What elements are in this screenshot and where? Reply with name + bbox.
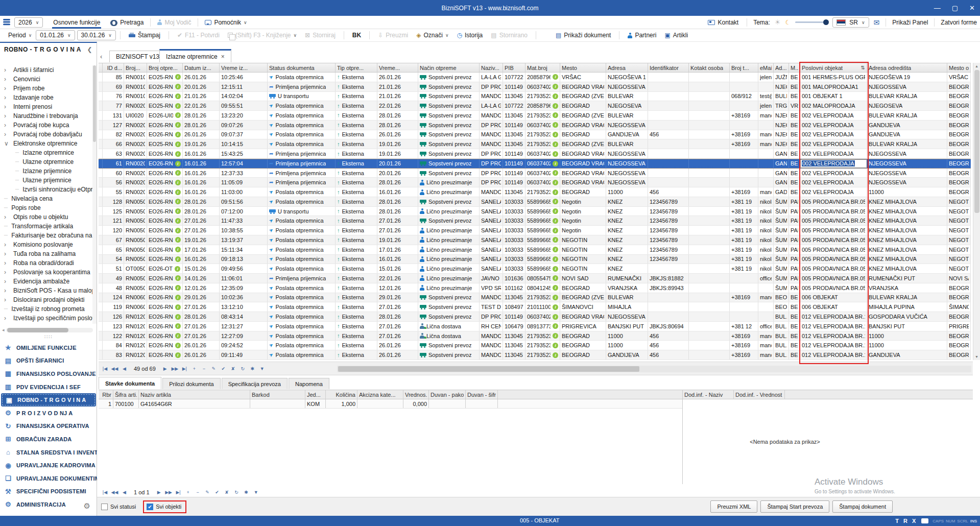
detail-column-header[interactable]: Rbr (99, 390, 113, 399)
collapse-sidebar-icon[interactable]: ❮ (87, 46, 92, 53)
table-row[interactable]: 123RN0120EO26-RNi27.01.2612:31:27➤Poslat… (99, 322, 971, 331)
column-header-objekat[interactable]: Poslovni objekat⇅ (800, 63, 867, 72)
storniraj-button[interactable]: ⊠ Storniraj (301, 31, 340, 40)
table-row[interactable]: 82RN0020EO26-RNi26.01.2609:07:37➤Poslata… (99, 130, 971, 140)
menu-tab-osnovne-funkcije[interactable]: Osnovne funkcije (48, 16, 105, 29)
table-row[interactable]: 77RN0020EO25-RNi22.01.2609:55:51➤Poslata… (99, 101, 971, 111)
prikazi-dokument-button[interactable]: ▤ Prikaži dokument (552, 31, 615, 40)
sidebar-item-ulazne-prijemnice[interactable]: ┈Ulazne prijemnice (0, 176, 92, 185)
sidebar-item-transformacije-artikala[interactable]: ┈Transformacije artikala (0, 222, 92, 231)
column-header-brojotp[interactable]: Broj otpre... (147, 63, 183, 72)
detail-column-header[interactable]: Količina (326, 390, 357, 399)
column-header-dodinf-naziv[interactable]: Dod.inf. - Naziv (683, 390, 734, 399)
period-dropdown[interactable]: Period∨ (4, 31, 36, 40)
first-button[interactable]: |◀ (101, 488, 109, 496)
table-row[interactable]: 121RN0050EO26-RNi27.01.2611:47:33➤Poslat… (99, 216, 971, 226)
refresh-button[interactable]: ↻ (232, 488, 241, 496)
module-item-pdv-evidencija-i-sef[interactable]: ▥PDV EVIDENCIJA I SEF (0, 380, 97, 394)
sidebar-item-komisiono-poslovanje[interactable]: ›Komisiono poslovanje (0, 240, 92, 249)
column-header-pib[interactable]: PIB (503, 63, 525, 72)
minimize-button[interactable]: — (934, 4, 941, 12)
delete-button[interactable]: − (200, 364, 208, 373)
table-row[interactable]: 66RN0020EO25-RNi19.01.2610:14:15➤Poslata… (99, 139, 971, 149)
date-to-input[interactable]: 30.01.26∨ (77, 30, 116, 40)
table-row[interactable]: 60RN0020EO26-RNi16.01.2612:37:33➥Primlje… (99, 169, 971, 178)
artikli-button[interactable]: ▣ Artikli (660, 31, 692, 40)
button-preuzmi-xml[interactable]: Preuzmi XML (710, 500, 757, 513)
sidebar-item-izlazne-otpremnice[interactable]: ┈Izlazne otpremnice (0, 148, 92, 157)
edit-button[interactable]: ✎ (203, 488, 212, 496)
table-row[interactable]: 124RN0060EO26-RNi29.01.2610:02:36➤Poslat… (99, 293, 971, 303)
module-item-stalna-sredstva-i-inventar[interactable]: ⌂STALNA SREDSTVA I INVENTAR (0, 446, 97, 459)
detail-column-header[interactable]: Duvan - šifra (466, 390, 498, 399)
column-header-vreme2[interactable]: Vreme... (377, 63, 418, 72)
checkbox-box[interactable] (101, 504, 108, 510)
detail-tab-stavke-dokumenta[interactable]: Stavke dokumenta (99, 377, 161, 389)
sidebar-item-nivelacija-cena[interactable]: ┈Nivelacija cena (0, 194, 92, 203)
sidebar-item-popis-robe[interactable]: ┈Popis robe (0, 203, 92, 212)
sidebar-item-elektronske-otpremnice[interactable]: ∨Elektronske otpremnice (0, 139, 92, 148)
table-row[interactable]: 84RN0120EO26-RNi26.01.2609:24:52➤Poslata… (99, 341, 971, 350)
column-header-adresa[interactable]: Adresa (606, 63, 648, 72)
settings-gear-icon[interactable]: ⚙ (84, 501, 90, 511)
table-row[interactable]: 85RN0010EO25-RNi26.01.2610:25:46➤Poslata… (99, 73, 971, 82)
module-item-finansijska-operativa[interactable]: ↻FINANSIJSKA OPERATIVA (0, 420, 97, 433)
column-header-kontakt[interactable]: Kotakt osoba (689, 63, 730, 72)
table-row[interactable]: 131UI0020EO26-UI0i28.01.2613:23:20➤Posla… (99, 111, 971, 121)
tree-scrollbar[interactable] (92, 65, 97, 324)
tab-biznisoft[interactable]: BIZNISOFT v13 (109, 51, 166, 62)
sidebar-item-prijem-robe[interactable]: ›Prijem robe (0, 84, 92, 93)
detail-column-header[interactable]: Vrednos... (403, 390, 429, 399)
column-header-nacin[interactable]: Način otpreme (418, 63, 480, 72)
table-row[interactable]: 76RN0010EO26-RNi21.01.2614:02:04U transp… (99, 92, 971, 102)
column-header-id[interactable]: ID d... (103, 63, 124, 72)
scroll-up-icon[interactable]: ▲ (973, 64, 980, 68)
splitter-grip[interactable]: ∷∷ (0, 334, 97, 340)
table-row[interactable]: 128RN0050EO26-RNi28.01.2609:51:56➤Poslat… (99, 197, 971, 207)
mail-icon[interactable]: ✉ (874, 18, 880, 27)
column-header-mat[interactable]: Mat.broj (525, 63, 560, 72)
detail-tab-prilozi-dokumenta[interactable]: Prilozi dokumenta (162, 378, 220, 389)
sidebar-item-ulazne-otpremnice[interactable]: ┈Ulazne otpremnice (0, 157, 92, 166)
module-item-administracija[interactable]: ⚙ADMINISTRACIJA (0, 498, 97, 511)
year-select[interactable]: 2026∨ (14, 17, 43, 28)
table-row[interactable]: 65RN0050EO26-RNi17.01.2615:11:34➤Poslata… (99, 245, 971, 255)
menu-tab-pomocnik[interactable]: Pomoćnik∨ (200, 16, 252, 29)
column-header-ad[interactable]: Ad... (774, 63, 789, 72)
prikazi-panel-button[interactable]: Prikaži Panel (892, 19, 928, 26)
column-header-mesto[interactable]: Mesto (560, 63, 606, 72)
scroll-left-icon[interactable]: ◂ (2, 327, 5, 332)
module-item-omiljene-funkcije[interactable]: ★OMILJENE FUNKCIJE (0, 341, 97, 354)
tab-izlazne-otpremnice[interactable]: Izlazne otpremnice × (159, 49, 231, 62)
edit-button[interactable]: ✎ (209, 364, 218, 373)
sidebar-item-interni-prenosi[interactable]: ›Interni prenosi (0, 102, 92, 111)
sidebar-item-fakturisanje-bez-obra-una-na[interactable]: ┈Fakturisanje bez obračuna na (0, 231, 92, 240)
sidebar-item-povra-aj-robe-kupca[interactable]: ›Povraćaj robe kupca (0, 121, 92, 130)
sidebar-item-povra-aj-robe-dobavlja-u[interactable]: ›Povraćaj robe dobavljaču (0, 130, 92, 139)
next-button[interactable]: ▶ (155, 488, 163, 496)
bk-button[interactable]: BK (348, 31, 365, 40)
module-item-obračun-zarada[interactable]: ⊞OBRAČUN ZARADA (0, 433, 97, 446)
sidebar-item-tu-a-roba-na-zalihama[interactable]: ›Tuđa roba na zalihama (0, 249, 92, 258)
column-header-vreme[interactable]: Vreme iz... (220, 63, 268, 72)
dark-theme-icon[interactable]: ☾ (785, 19, 791, 26)
table-row[interactable]: 51OT0050EO26-OTi15.01.2609:49:56➤Poslata… (99, 264, 971, 274)
column-header-brojt[interactable]: Broj t... (730, 63, 758, 72)
next-button[interactable]: ▶ (161, 364, 170, 373)
menu-tab-moj-vodic[interactable]: Moj Vodič (152, 16, 196, 29)
prev-button[interactable]: ◀ (120, 488, 129, 496)
grid-hscrollbar[interactable] (337, 366, 971, 372)
detail-column-header[interactable]: Šifra arti... (113, 390, 139, 399)
status-chat-icon[interactable] (921, 518, 928, 523)
detail-column-header[interactable]: Akcizna kate... (357, 390, 403, 399)
column-header-broj[interactable]: Broj... (124, 63, 147, 72)
sidebar-item-poslovanje-sa-kooperantima[interactable]: ›Poslovanje sa kooperantima (0, 268, 92, 277)
column-header-tip[interactable]: Tip otpre... (336, 63, 377, 72)
stampaj-button[interactable]: Štampaj (125, 31, 164, 40)
cancel-button[interactable]: ✘ (229, 364, 237, 373)
grid-vscrollbar[interactable]: ▲ ▼ (973, 63, 980, 360)
last-button[interactable]: ▶| (180, 364, 189, 373)
column-header-naziv[interactable]: Naziv... (480, 63, 503, 72)
button--tampaj-dokument[interactable]: Štampaj dokument (832, 500, 893, 513)
maximize-button[interactable]: ▢ (952, 4, 958, 12)
